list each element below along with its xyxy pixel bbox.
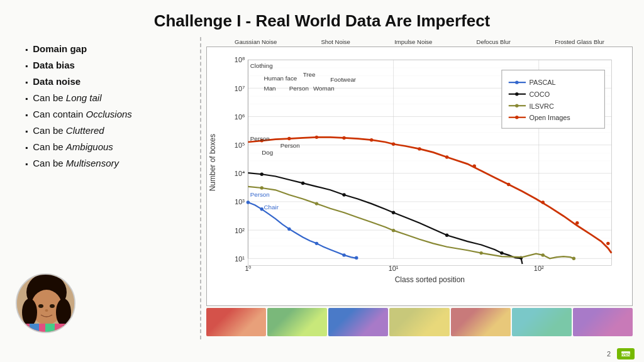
- svg-point-103: [515, 104, 518, 107]
- svg-point-53: [342, 136, 345, 140]
- svg-text:Footwear: Footwear: [330, 76, 357, 83]
- thumbnail-3: [328, 308, 388, 336]
- slide-title: Challenge I - Real World Data Are Imperf…: [0, 0, 644, 37]
- noise-labels: Gaussian Noise Shot Noise Impulse Noise …: [206, 38, 633, 45]
- bullet-list: Domain gap Data bias Data noise Can be L…: [25, 43, 194, 174]
- svg-text:Tree: Tree: [303, 71, 316, 78]
- svg-text:1⁰: 1⁰: [245, 265, 252, 272]
- list-item: Can be Long tail: [25, 92, 194, 103]
- svg-point-55: [392, 143, 395, 146]
- svg-rect-7: [45, 324, 55, 333]
- svg-point-57: [445, 155, 448, 158]
- svg-text:10²: 10²: [235, 227, 245, 234]
- svg-point-72: [315, 202, 318, 205]
- svg-point-52: [315, 136, 318, 139]
- svg-text:10²: 10²: [534, 265, 544, 272]
- chart-svg: 10¹ 10² 10³ 10⁴ 10⁵ 10⁶ 10⁷ 10⁸ Number o…: [207, 47, 632, 305]
- svg-point-56: [418, 147, 421, 150]
- svg-point-71: [260, 186, 264, 189]
- svg-point-79: [287, 228, 291, 231]
- right-panel: Gaussian Noise Shot Noise Impulse Noise …: [201, 37, 638, 339]
- svg-point-10: [45, 309, 48, 312]
- nvidia-icon: NVIDIA: [617, 348, 635, 359]
- list-item: Can contain Occlusions: [25, 109, 194, 119]
- svg-point-82: [355, 256, 358, 260]
- slide: Challenge I - Real World Data Are Imperf…: [0, 0, 644, 362]
- svg-point-60: [541, 200, 545, 204]
- svg-rect-6: [30, 324, 39, 333]
- svg-point-73: [392, 229, 395, 232]
- nvidia-logo: NVIDIA: [617, 348, 635, 359]
- svg-text:Open Images: Open Images: [529, 114, 570, 121]
- svg-text:10⁸: 10⁸: [235, 57, 245, 64]
- svg-point-64: [301, 182, 304, 185]
- thumbnail-2: [267, 308, 327, 336]
- bullet-ambiguous: Can be Ambiguous: [33, 141, 113, 152]
- svg-point-100: [515, 92, 518, 96]
- chart-area: 10¹ 10² 10³ 10⁴ 10⁵ 10⁶ 10⁷ 10⁸ Number o…: [206, 47, 633, 306]
- svg-point-58: [473, 164, 476, 167]
- svg-point-77: [247, 200, 250, 204]
- list-item: Can be Ambiguous: [25, 141, 194, 152]
- svg-text:ILSVRC: ILSVRC: [529, 102, 553, 110]
- svg-text:10¹: 10¹: [389, 265, 399, 272]
- svg-text:PASCAL: PASCAL: [529, 79, 555, 86]
- svg-text:Chair: Chair: [264, 204, 279, 211]
- thumbnail-5: [451, 308, 511, 336]
- svg-point-97: [515, 80, 518, 84]
- svg-point-78: [260, 207, 264, 211]
- svg-text:NVIDIA: NVIDIA: [619, 353, 633, 356]
- bullet-long-tail: Can be Long tail: [33, 92, 101, 103]
- svg-point-8: [38, 304, 43, 308]
- svg-text:10¹: 10¹: [235, 255, 245, 263]
- nvidia-eye-svg: NVIDIA: [618, 349, 633, 358]
- thumbnail-6: [512, 308, 572, 336]
- svg-point-106: [515, 116, 518, 119]
- svg-point-76: [572, 257, 575, 260]
- svg-text:10⁷: 10⁷: [235, 85, 245, 92]
- svg-text:Number of boxes: Number of boxes: [208, 134, 217, 191]
- list-item: Domain gap: [25, 43, 194, 54]
- bullet-multisensory: Can be Multisensory: [33, 158, 119, 168]
- svg-text:Class sorted position: Class sorted position: [395, 276, 465, 285]
- svg-point-80: [315, 242, 318, 245]
- thumbnail-7: [573, 308, 633, 336]
- svg-text:COCO: COCO: [529, 90, 550, 98]
- noise-label-defocus: Defocus Blur: [477, 38, 511, 45]
- svg-point-59: [507, 183, 510, 186]
- svg-point-63: [260, 173, 264, 176]
- noise-label-gaussian: Gaussian Noise: [235, 38, 277, 45]
- svg-text:Person: Person: [289, 85, 309, 92]
- svg-text:Dog: Dog: [262, 149, 273, 156]
- bullet-data-noise: Data noise: [33, 76, 80, 87]
- svg-point-67: [445, 234, 448, 237]
- svg-point-68: [500, 251, 503, 255]
- svg-text:10⁵: 10⁵: [235, 141, 245, 149]
- noise-label-impulse: Impulse Noise: [394, 38, 432, 45]
- svg-text:Clothing: Clothing: [250, 62, 273, 69]
- list-item: Can be Cluttered: [25, 125, 194, 136]
- svg-point-75: [541, 253, 545, 256]
- svg-text:10⁶: 10⁶: [235, 113, 245, 121]
- left-panel: Domain gap Data bias Data noise Can be L…: [6, 37, 201, 339]
- bullet-occlusions: Can contain Occlusions: [33, 109, 132, 119]
- svg-text:Person: Person: [250, 191, 270, 198]
- svg-text:Human face: Human face: [264, 75, 297, 82]
- speaker-avatar: [16, 273, 75, 333]
- svg-point-81: [342, 253, 345, 256]
- list-item: Can be Multisensory: [25, 158, 194, 168]
- svg-point-4: [56, 299, 71, 326]
- bottom-bar: 2 NVIDIA: [0, 346, 644, 362]
- svg-point-3: [22, 299, 37, 326]
- svg-point-61: [575, 221, 579, 224]
- list-item: Data bias: [25, 60, 194, 70]
- bullet-data-bias: Data bias: [33, 60, 75, 70]
- svg-point-62: [606, 242, 609, 245]
- page-number: 2: [607, 350, 611, 358]
- svg-text:Person: Person: [280, 142, 300, 149]
- svg-point-54: [370, 138, 373, 141]
- content-area: Domain gap Data bias Data noise Can be L…: [0, 37, 644, 346]
- svg-point-66: [392, 211, 395, 214]
- svg-point-74: [479, 251, 482, 255]
- thumbnail-1: [206, 308, 266, 336]
